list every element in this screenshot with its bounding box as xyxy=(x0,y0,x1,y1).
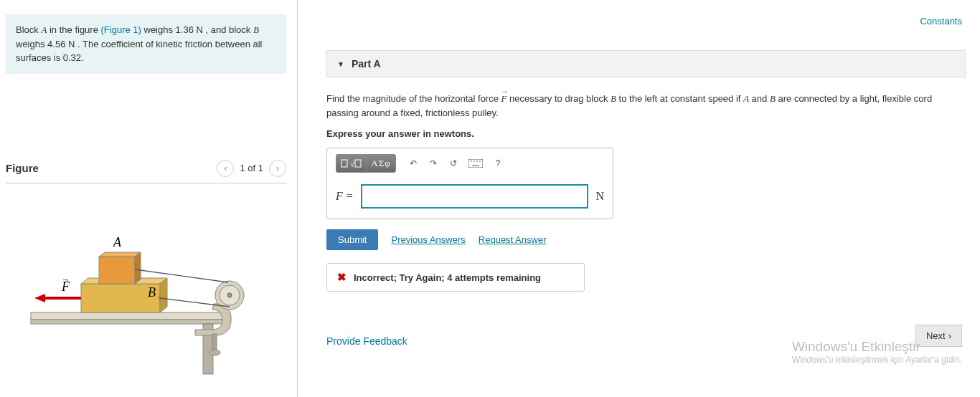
figure-pager: 1 of 1 xyxy=(240,163,263,173)
svg-rect-23 xyxy=(341,160,347,167)
svg-rect-26 xyxy=(468,159,483,168)
svg-rect-3 xyxy=(212,334,217,351)
undo-button[interactable]: ↶ xyxy=(403,154,423,173)
answer-lhs: F = xyxy=(336,190,354,203)
submit-button[interactable]: Submit xyxy=(326,229,378,250)
svg-rect-0 xyxy=(31,312,225,320)
help-button[interactable]: ? xyxy=(488,154,508,173)
figure-prev-button[interactable]: ‹ xyxy=(217,160,234,177)
windows-watermark: Windows'u Etkinleştir Windows'u etkinleş… xyxy=(792,339,962,365)
keyboard-button[interactable] xyxy=(463,154,488,173)
figure-title: Figure xyxy=(6,162,39,174)
redo-button[interactable]: ↷ xyxy=(423,154,443,173)
svg-marker-18 xyxy=(34,294,45,302)
provide-feedback-link[interactable]: Provide Feedback xyxy=(326,335,407,347)
svg-text:→: → xyxy=(62,275,70,284)
svg-rect-1 xyxy=(31,320,225,324)
figure-header: Figure ‹ 1 of 1 › xyxy=(6,160,286,183)
svg-rect-25 xyxy=(355,160,361,167)
svg-point-4 xyxy=(209,350,220,355)
figure-next-button[interactable]: › xyxy=(269,160,286,177)
templates-button[interactable]: √ xyxy=(336,154,366,173)
constants-link[interactable]: Constants xyxy=(920,16,962,27)
svg-marker-13 xyxy=(99,252,141,257)
svg-text:√: √ xyxy=(350,160,355,168)
incorrect-icon: ✖ xyxy=(337,271,347,284)
svg-text:B: B xyxy=(148,285,156,300)
question-text: Find the magnitude of the horizontal for… xyxy=(326,92,958,120)
figure-diagram: A B F → xyxy=(6,219,286,377)
svg-marker-10 xyxy=(160,278,167,312)
reset-button[interactable]: ↺ xyxy=(443,154,463,173)
feedback-message: Incorrect; Try Again; 4 attempts remaini… xyxy=(354,272,541,283)
greek-button[interactable]: ΑΣφ xyxy=(366,154,396,173)
collapse-icon: ▼ xyxy=(337,60,344,68)
request-answer-link[interactable]: Request Answer xyxy=(479,234,547,245)
figure-link[interactable]: (Figure 1) xyxy=(101,24,141,35)
part-header[interactable]: ▼ Part A xyxy=(326,50,966,77)
answer-unit: N xyxy=(595,190,604,203)
part-label: Part A xyxy=(352,58,381,70)
answer-box: √ ΑΣφ ↶ ↷ ↺ ? F = N xyxy=(326,148,613,219)
answer-instruction: Express your answer in newtons. xyxy=(326,128,966,139)
feedback-box: ✖ Incorrect; Try Again; 4 attempts remai… xyxy=(326,263,585,292)
svg-marker-14 xyxy=(135,252,141,284)
svg-text:A: A xyxy=(113,235,122,249)
svg-point-7 xyxy=(227,293,232,297)
svg-rect-12 xyxy=(99,257,135,284)
problem-statement: Block A in the figure (Figure 1) weighs … xyxy=(6,14,286,74)
previous-answers-link[interactable]: Previous Answers xyxy=(391,234,465,245)
answer-input[interactable] xyxy=(361,184,589,209)
